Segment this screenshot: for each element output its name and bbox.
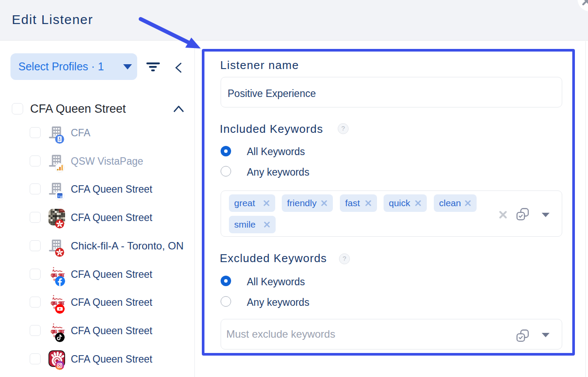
svg-text:QUEEN: QUEEN — [51, 301, 57, 306]
svg-text:QUEEN: QUEEN — [51, 273, 57, 278]
svg-text:QUEEN: QUEEN — [51, 329, 57, 334]
